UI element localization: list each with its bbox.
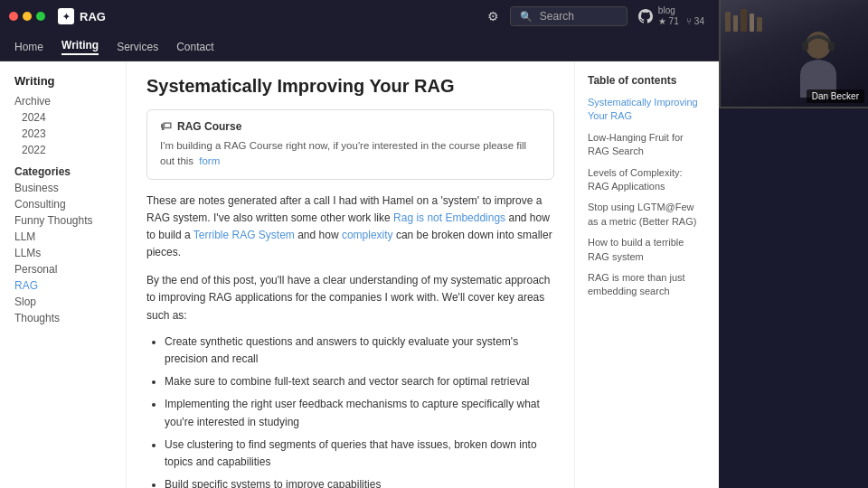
nav-home[interactable]: Home	[14, 41, 43, 53]
nav-logo[interactable]: ✦ RAG	[58, 8, 106, 24]
sidebar-item-2024[interactable]: 2024	[14, 111, 111, 124]
sidebar-writing-title: Writing	[14, 74, 111, 88]
sidebar: Writing Archive 2024 2023 2022 Categorie…	[0, 61, 127, 488]
github-link[interactable]: blog ★ 71 ⑂ 34	[638, 5, 704, 27]
rag-course-form-link[interactable]: form	[199, 155, 220, 166]
camera-feed: Dan Becker	[721, 0, 868, 107]
gear-icon: ⚙	[487, 9, 499, 23]
sidebar-item-archive[interactable]: Archive	[14, 95, 111, 108]
toc-item-1[interactable]: Systematically Improving Your RAG	[588, 96, 706, 124]
main-content: Systematically Improving Your RAG 🏷 RAG …	[127, 61, 574, 488]
logo-icon: ✦	[58, 8, 74, 24]
traffic-light-red[interactable]	[9, 12, 18, 21]
sidebar-item-rag[interactable]: RAG	[14, 279, 111, 292]
bullet-item-4: Use clustering to find segments of queri…	[165, 436, 554, 471]
sidebar-categories-title: Categories	[14, 165, 111, 178]
toc-item-5[interactable]: How to build a terrible RAG system	[588, 236, 706, 264]
github-icon	[638, 9, 653, 23]
sidebar-item-consulting[interactable]: Consulting	[14, 198, 111, 211]
search-icon: 🔍	[520, 11, 533, 23]
tag-icon: 🏷	[160, 119, 172, 133]
bullet-item-2: Make sure to combine full-text search an…	[165, 373, 554, 390]
nav-contact[interactable]: Contact	[176, 41, 213, 53]
sidebar-item-2022[interactable]: 2022	[14, 144, 111, 156]
search-placeholder: Search	[540, 10, 574, 23]
toc-item-2[interactable]: Low-Hanging Fruit for RAG Search	[588, 131, 706, 159]
link-terrible-rag[interactable]: Terrible RAG System	[193, 229, 295, 241]
person-silhouette	[782, 25, 854, 98]
toc-panel: Table of contents Systematically Improvi…	[574, 61, 719, 488]
sidebar-item-slop[interactable]: Slop	[14, 296, 111, 308]
camera-overlay: Dan Becker	[719, 0, 868, 108]
rag-course-box: 🏷 RAG Course I'm building a RAG Course r…	[146, 109, 554, 180]
nav-services[interactable]: Services	[117, 41, 158, 53]
search-box[interactable]: 🔍 Search	[510, 6, 627, 26]
sidebar-item-business[interactable]: Business	[14, 182, 111, 194]
bullet-list: Create synthetic questions and answers t…	[165, 333, 554, 488]
toc-item-3[interactable]: Levels of Complexity: RAG Applications	[588, 166, 706, 194]
toc-item-4[interactable]: Stop using LGTM@Few as a metric (Better …	[588, 201, 706, 229]
rag-course-label: RAG Course	[177, 120, 241, 133]
bullet-item-3: Implementing the right user feedback mec…	[165, 396, 554, 430]
sidebar-item-thoughts[interactable]: Thoughts	[14, 312, 111, 324]
sidebar-item-llms[interactable]: LLMs	[14, 247, 111, 259]
nav-writing[interactable]: Writing	[61, 39, 99, 55]
logo-text: RAG	[80, 10, 106, 23]
sidebar-item-2023[interactable]: 2023	[14, 127, 111, 140]
svg-rect-1	[802, 42, 808, 51]
svg-rect-2	[828, 42, 835, 51]
github-stats: blog ★ 71 ⑂ 34	[658, 5, 704, 27]
sidebar-item-funny-thoughts[interactable]: Funny Thoughts	[14, 214, 111, 227]
traffic-light-green[interactable]	[36, 12, 45, 21]
rag-course-text: I'm building a RAG Course right now, if …	[160, 138, 541, 170]
bullet-item-5: Build specific systems to improve capabi…	[165, 476, 554, 488]
link-complexity[interactable]: complexity	[342, 229, 393, 241]
settings-button[interactable]: ⚙	[487, 9, 499, 23]
rag-course-header: 🏷 RAG Course	[160, 119, 541, 133]
camera-name-badge: Dan Becker	[807, 89, 864, 103]
bullet-item-1: Create synthetic questions and answers t…	[165, 333, 554, 368]
traffic-light-yellow[interactable]	[23, 12, 32, 21]
toc-title: Table of contents	[588, 74, 706, 87]
traffic-lights	[0, 12, 54, 21]
paragraph-2: By the end of this post, you'll have a c…	[146, 272, 554, 324]
sidebar-item-personal[interactable]: Personal	[14, 263, 111, 276]
link-rag-not-embeddings[interactable]: Rag is not Embeddings	[393, 211, 505, 224]
toc-item-6[interactable]: RAG is more than just embedding search	[588, 271, 706, 299]
page-title: Systematically Improving Your RAG	[146, 76, 554, 97]
paragraph-1: These are notes generated after a call I…	[146, 192, 554, 262]
sidebar-item-llm[interactable]: LLM	[14, 230, 111, 243]
